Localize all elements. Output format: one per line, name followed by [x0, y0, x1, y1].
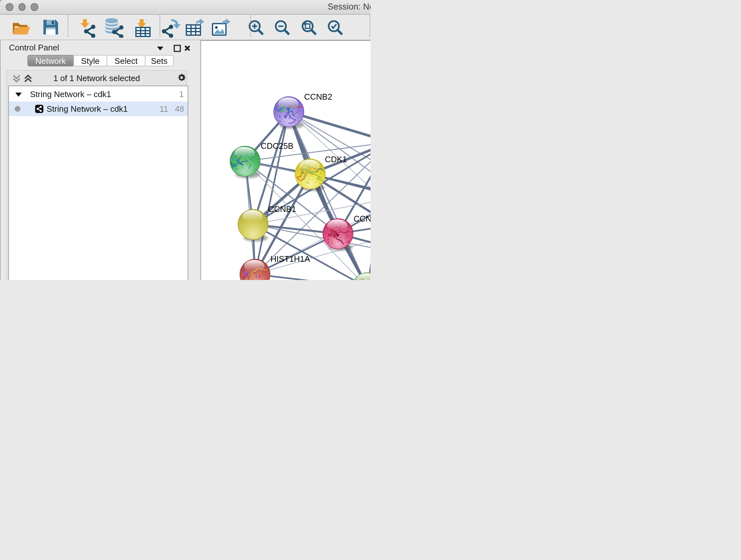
svg-text:CCNA2: CCNA2 [354, 214, 370, 224]
svg-text:CDC25B: CDC25B [261, 141, 293, 151]
svg-text:CDK1: CDK1 [325, 154, 347, 164]
svg-text:HIST1H1A: HIST1H1A [270, 254, 310, 264]
svg-text:CCNB2: CCNB2 [304, 92, 332, 102]
svg-text:CCNB1: CCNB1 [268, 204, 296, 214]
